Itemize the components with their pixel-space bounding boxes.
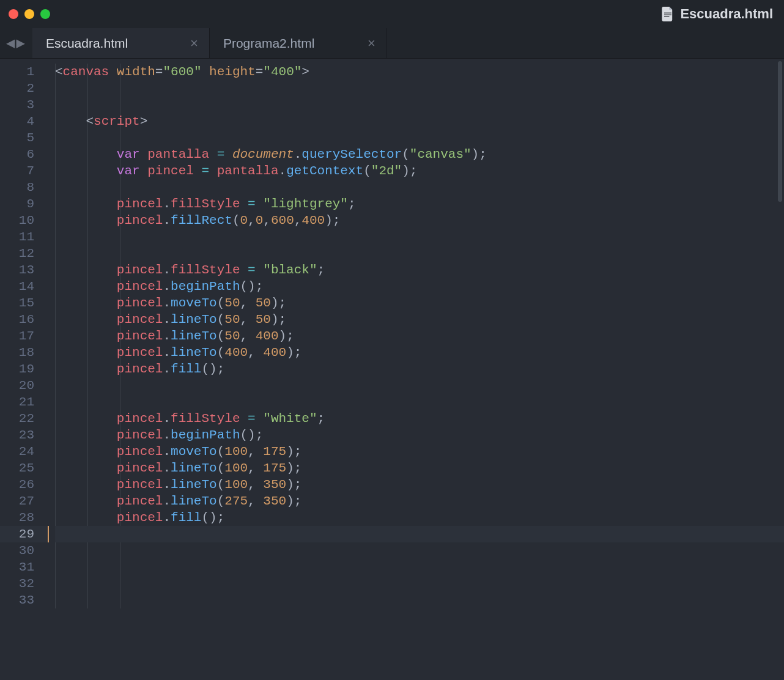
scrollbar[interactable] <box>778 61 782 202</box>
titlebar: Escuadra.html <box>0 0 784 28</box>
window-minimize-button[interactable] <box>24 9 34 19</box>
line-number[interactable]: 25 <box>0 460 49 476</box>
code-area[interactable]: <canvas width="600" height="400"> <scrip… <box>49 59 784 680</box>
line-number[interactable]: 18 <box>0 344 49 361</box>
line-number[interactable]: 11 <box>0 229 49 245</box>
code-line[interactable]: pincel.moveTo(100, 175); <box>55 443 784 460</box>
nav-back-icon[interactable]: ◀ <box>6 34 15 52</box>
code-line[interactable]: pincel.lineTo(275, 350); <box>55 493 784 509</box>
line-number[interactable]: 26 <box>0 476 49 493</box>
tab-label: Escuadra.html <box>46 36 128 51</box>
line-number[interactable]: 14 <box>0 278 49 295</box>
line-number[interactable]: 19 <box>0 361 49 377</box>
line-number[interactable]: 22 <box>0 410 49 427</box>
code-line[interactable]: var pincel = pantalla.getContext("2d"); <box>55 163 784 179</box>
line-number[interactable]: 31 <box>0 559 49 575</box>
svg-rect-2 <box>664 17 669 17</box>
code-line[interactable]: pincel.lineTo(50, 400); <box>55 328 784 344</box>
tab-label: Programa2.html <box>223 36 314 51</box>
line-number[interactable]: 29 <box>0 526 49 542</box>
line-number[interactable]: 21 <box>0 394 49 410</box>
window-title: Escuadra.html <box>680 6 773 22</box>
line-number[interactable]: 20 <box>0 377 49 394</box>
line-number[interactable]: 3 <box>0 97 49 113</box>
svg-rect-0 <box>664 13 671 13</box>
nav-arrows: ◀ ▶ <box>2 28 32 58</box>
code-line[interactable]: <canvas width="600" height="400"> <box>55 64 784 80</box>
code-line[interactable] <box>55 97 784 113</box>
code-line[interactable]: pincel.moveTo(50, 50); <box>55 295 784 311</box>
line-number[interactable]: 23 <box>0 427 49 443</box>
traffic-lights <box>9 9 50 19</box>
code-line[interactable]: pincel.fillStyle = "black"; <box>55 262 784 278</box>
window-close-button[interactable] <box>9 9 18 19</box>
line-number[interactable]: 30 <box>0 542 49 559</box>
code-line[interactable]: pincel.fillStyle = "white"; <box>55 410 784 427</box>
line-number[interactable]: 27 <box>0 493 49 509</box>
svg-rect-1 <box>664 15 671 15</box>
code-line[interactable] <box>55 559 784 575</box>
code-line[interactable]: pincel.fillStyle = "lightgrey"; <box>55 196 784 212</box>
code-line[interactable]: pincel.beginPath(); <box>55 427 784 443</box>
code-line[interactable] <box>55 542 784 559</box>
code-line[interactable] <box>55 575 784 592</box>
line-number[interactable]: 8 <box>0 179 49 196</box>
file-icon <box>662 7 674 21</box>
line-number[interactable]: 24 <box>0 443 49 460</box>
code-line[interactable]: pincel.fillRect(0,0,600,400); <box>55 212 784 229</box>
line-number[interactable]: 15 <box>0 295 49 311</box>
code-line[interactable] <box>55 179 784 196</box>
line-number[interactable]: 5 <box>0 130 49 146</box>
line-number[interactable]: 33 <box>0 592 49 608</box>
code-line[interactable] <box>55 394 784 410</box>
line-number[interactable]: 10 <box>0 212 49 229</box>
code-line[interactable]: pincel.lineTo(100, 175); <box>55 460 784 476</box>
window-zoom-button[interactable] <box>40 9 50 19</box>
line-number[interactable]: 28 <box>0 509 49 526</box>
line-number[interactable]: 1 <box>0 64 49 80</box>
code-line[interactable]: pincel.lineTo(400, 400); <box>55 344 784 361</box>
line-number[interactable]: 32 <box>0 575 49 592</box>
tab-Programa2-html[interactable]: Programa2.html× <box>210 28 387 58</box>
code-line[interactable] <box>55 130 784 146</box>
line-number[interactable]: 17 <box>0 328 49 344</box>
line-number[interactable]: 2 <box>0 80 49 97</box>
code-line[interactable]: pincel.fill(); <box>55 361 784 377</box>
line-number[interactable]: 6 <box>0 146 49 163</box>
line-number[interactable]: 4 <box>0 113 49 130</box>
code-line[interactable] <box>55 229 784 245</box>
code-line[interactable]: pincel.beginPath(); <box>55 278 784 295</box>
line-number[interactable]: 9 <box>0 196 49 212</box>
nav-forward-icon[interactable]: ▶ <box>16 34 24 52</box>
tab-Escuadra-html[interactable]: Escuadra.html× <box>32 28 210 58</box>
code-line[interactable]: pincel.fill(); <box>55 509 784 526</box>
gutter: 1234567891011121314151617181920212223242… <box>0 59 49 680</box>
tabs-container: Escuadra.html×Programa2.html× <box>32 28 387 58</box>
close-icon[interactable]: × <box>355 35 375 51</box>
code-line[interactable]: pincel.lineTo(100, 350); <box>55 476 784 493</box>
code-line[interactable] <box>55 245 784 262</box>
code-line[interactable]: var pantalla = document.querySelector("c… <box>55 146 784 163</box>
code-line[interactable] <box>55 526 784 542</box>
code-line[interactable]: <script> <box>55 113 784 130</box>
code-line[interactable] <box>55 377 784 394</box>
title-area: Escuadra.html <box>662 6 773 22</box>
editor: 1234567891011121314151617181920212223242… <box>0 59 784 680</box>
line-number[interactable]: 16 <box>0 311 49 328</box>
line-number[interactable]: 7 <box>0 163 49 179</box>
line-number[interactable]: 13 <box>0 262 49 278</box>
code-line[interactable]: pincel.lineTo(50, 50); <box>55 311 784 328</box>
line-number[interactable]: 12 <box>0 245 49 262</box>
close-icon[interactable]: × <box>178 35 198 51</box>
tabbar: ◀ ▶ Escuadra.html×Programa2.html× <box>0 28 784 59</box>
code-line[interactable] <box>55 592 784 608</box>
code-line[interactable] <box>55 80 784 97</box>
